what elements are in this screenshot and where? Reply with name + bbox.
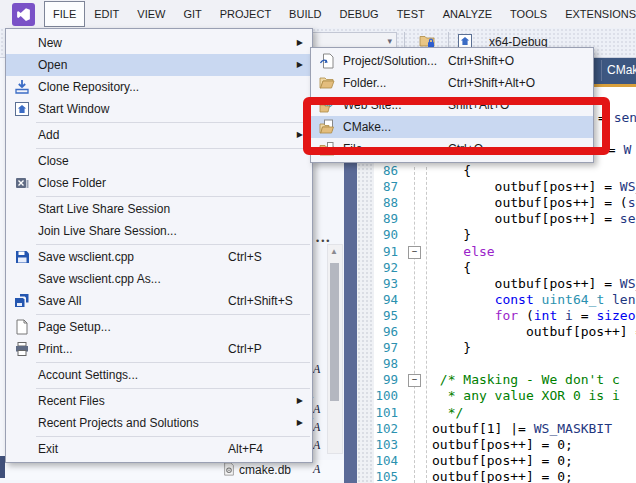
fold-collapse-icon[interactable]: − (408, 374, 421, 387)
menubar-item-debug[interactable]: DEBUG (331, 1, 388, 27)
git-status-badge: A (313, 420, 320, 435)
menu-item-label: New (38, 36, 62, 50)
file-menu-popup: New▶Open▶Clone Repository...Start Window… (5, 28, 313, 463)
line-number: 89 (357, 211, 398, 227)
menu-item-label: Exit (38, 442, 58, 456)
line-number: 94 (357, 292, 398, 308)
git-status-badge: A (313, 362, 320, 377)
menu-item-add[interactable]: Add▶ (6, 124, 312, 146)
menu-item-label: Save wsclient.cpp As... (38, 272, 161, 286)
menu-item-close-folder[interactable]: Close Folder (6, 172, 312, 194)
code-text: outbuf[pos++] = WS_ (432, 179, 636, 195)
visual-studio-logo (12, 3, 35, 26)
menu-item-account-settings[interactable]: Account Settings... (6, 364, 312, 386)
code-line-87[interactable]: 87 outbuf[pos++] = WS_ (344, 179, 636, 196)
code-text: const uint64_t len = (432, 292, 636, 308)
tab-separator (601, 60, 602, 81)
menu-item-recent-projects-and-solutions[interactable]: Recent Projects and Solutions▶ (6, 412, 312, 434)
open-folder-icon (319, 75, 335, 91)
start-window-icon (14, 101, 30, 117)
code-text: { (432, 163, 471, 179)
menu-item-page-setup[interactable]: Page Setup... (6, 316, 312, 338)
code-line-94[interactable]: 94 const uint64_t len = (344, 292, 636, 309)
code-line-100[interactable]: 100 * any value XOR 0 is i (344, 388, 636, 405)
menubar-item-build[interactable]: BUILD (280, 1, 330, 27)
menu-item-new[interactable]: New▶ (6, 32, 312, 54)
scroll-up-icon[interactable]: ▲ (330, 247, 338, 256)
code-line-95[interactable]: 95 for (int i = sizeof (344, 308, 636, 325)
code-line-91[interactable]: 91− else (344, 244, 636, 261)
menu-item-join-live-share-session[interactable]: Join Live Share Session... (6, 220, 312, 242)
line-number: 102 (357, 421, 398, 437)
menu-item-shortcut: Ctrl+Shift+S (228, 294, 293, 308)
code-line-88[interactable]: 88 outbuf[pos++] = (se (344, 195, 636, 212)
menu-item-label: Page Setup... (38, 320, 111, 334)
solution-explorer-item-cmake-db[interactable]: cmake.db A (0, 460, 344, 480)
menubar-item-view[interactable]: VIEW (128, 1, 174, 27)
code-line-103[interactable]: 103outbuf[pos++] = 0; (344, 437, 636, 454)
save-all-icon (14, 293, 30, 309)
menubar-item-project[interactable]: PROJECT (211, 1, 280, 27)
line-number: 100 (357, 388, 398, 404)
menu-separator (36, 244, 310, 245)
line-number: 90 (357, 227, 398, 243)
code-line-90[interactable]: 90 } (344, 227, 636, 244)
git-status-badge: A (313, 402, 320, 417)
code-text: for (int i = sizeof (432, 308, 636, 324)
code-text: outbuf[pos++] = 0; (432, 453, 573, 469)
visual-studio-window: ••• ▲ AAAA ▶ ▶ cmake.db A CMak 86 {87 ou… (0, 0, 636, 483)
code-line-99[interactable]: 99− /* Masking - We don't c (344, 372, 636, 389)
menubar-item-test[interactable]: TEST (388, 1, 434, 27)
menu-item-start-window[interactable]: Start Window (6, 98, 312, 120)
code-line-89[interactable]: 89 outbuf[pos++] = sen (344, 211, 636, 228)
menubar-item-analyze[interactable]: ANALYZE (434, 1, 501, 27)
code-line-98[interactable]: 98 (344, 356, 636, 373)
line-number: 104 (357, 453, 398, 469)
menu-item-label: Save wsclient.cpp (38, 250, 134, 264)
menu-separator (36, 362, 310, 363)
line-number: 101 (357, 405, 398, 421)
menu-item-save-wsclient-cpp[interactable]: Save wsclient.cppCtrl+S (6, 246, 312, 268)
menu-item-project-solution[interactable]: Project/Solution...Ctrl+Shift+O (311, 50, 593, 72)
tab-cmake[interactable]: CMak (607, 63, 636, 77)
menu-item-shortcut: Ctrl+S (228, 250, 262, 264)
menu-item-save-all[interactable]: Save AllCtrl+Shift+S (6, 290, 312, 312)
menu-item-close[interactable]: Close (6, 150, 312, 172)
code-text: */ (432, 405, 463, 421)
menu-item-label: Start Window (38, 102, 109, 116)
code-line-92[interactable]: 92 { (344, 260, 636, 277)
menu-item-clone-repository[interactable]: Clone Repository... (6, 76, 312, 98)
menubar-item-file[interactable]: FILE (44, 1, 85, 27)
fold-collapse-icon[interactable]: − (408, 246, 421, 259)
menu-item-label: Recent Files (38, 394, 105, 408)
menu-item-print[interactable]: Print...Ctrl+P (6, 338, 312, 360)
code-line-102[interactable]: 102outbuf[1] |= WS_MASKBIT (344, 421, 636, 438)
menu-item-exit[interactable]: ExitAlt+F4 (6, 438, 312, 460)
file-name: cmake.db (239, 463, 291, 477)
menu-item-label: Close (38, 154, 69, 168)
menu-item-start-live-share-session[interactable]: Start Live Share Session (6, 198, 312, 220)
solution-explorer-scrollbar[interactable]: ▲ (327, 244, 343, 454)
menubar-item-extensions[interactable]: EXTENSIONS (556, 1, 636, 27)
menubar-item-edit[interactable]: EDIT (85, 1, 128, 27)
menu-item-folder[interactable]: Folder...Ctrl+Shift+Alt+O (311, 72, 593, 94)
line-number: 97 (357, 340, 398, 356)
git-status-badge: A (313, 462, 320, 477)
code-line-93[interactable]: 93 outbuf[pos++] = WS_ (344, 276, 636, 293)
menu-item-open[interactable]: Open▶ (6, 54, 312, 76)
menu-separator (36, 196, 310, 197)
menu-item-recent-files[interactable]: Recent Files▶ (6, 390, 312, 412)
code-line-97[interactable]: 97 } (344, 340, 636, 357)
code-line-86[interactable]: 86 { (344, 163, 636, 180)
menu-item-shortcut: Alt+F4 (228, 442, 263, 456)
chevron-down-icon[interactable]: ▾ (387, 36, 392, 46)
menubar-item-tools[interactable]: TOOLS (501, 1, 556, 27)
code-line-104[interactable]: 104outbuf[pos++] = 0; (344, 453, 636, 470)
code-line-96[interactable]: 96 outbuf[pos++] = (344, 324, 636, 341)
menu-item-save-wsclient-cpp-as[interactable]: Save wsclient.cpp As... (6, 268, 312, 290)
scrollbar-thumb[interactable] (330, 263, 339, 401)
menubar-item-git[interactable]: GIT (174, 1, 210, 27)
line-number: 95 (357, 308, 398, 324)
code-line-101[interactable]: 101 */ (344, 405, 636, 422)
code-line-105[interactable]: 105outbuf[pos++] = 0; (344, 469, 636, 483)
